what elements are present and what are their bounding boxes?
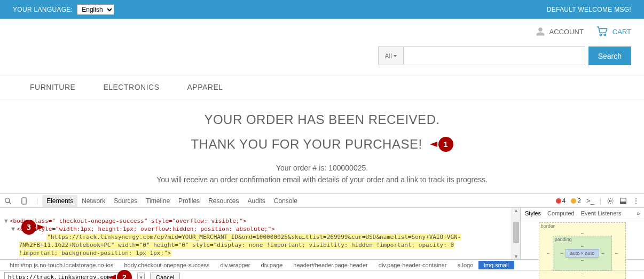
tab-timeline[interactable]: Timeline	[146, 197, 170, 205]
search-category-dropdown[interactable]: All	[378, 46, 404, 65]
crumb[interactable]: a.logo	[452, 261, 478, 269]
badge-3: 3	[21, 220, 36, 235]
crumb[interactable]: div.page	[256, 261, 288, 269]
order-number: Your order # is: 100000025.	[13, 164, 631, 172]
annotation-3: 3	[21, 220, 45, 235]
arrow-left-icon	[430, 142, 437, 147]
svg-point-1	[604, 34, 606, 36]
tab-audits[interactable]: Audits	[247, 197, 265, 205]
cart-link[interactable]: CART	[596, 26, 631, 37]
crumb[interactable]: body.checkout-onepage-success	[119, 261, 215, 269]
annotation-1: 1	[430, 137, 453, 152]
scroll-up-icon[interactable]: ▲	[514, 208, 519, 213]
main-nav: FURNITURE ELECTRONICS APPAREL	[0, 75, 644, 99]
styles-tab-eventlisteners[interactable]: Event Listeners	[581, 210, 622, 216]
devtools-find-bar: 2 ▾ Cancel	[0, 270, 644, 279]
find-next-button[interactable]: ▾	[137, 273, 145, 280]
badge-1: 1	[438, 137, 453, 152]
box-padding-label: padding	[555, 237, 572, 242]
svg-point-0	[600, 34, 601, 36]
chevron-down-icon	[394, 55, 397, 57]
tab-network[interactable]: Network	[82, 197, 105, 205]
nav-electronics[interactable]: ELECTRONICS	[103, 83, 159, 91]
crumb[interactable]: div.page-header-container	[373, 261, 452, 269]
badge-2: 2	[117, 270, 132, 280]
language-label: YOUR LANGUAGE:	[13, 6, 73, 13]
annotation-2: 2	[108, 270, 132, 280]
user-icon	[536, 27, 545, 36]
search-input[interactable]	[404, 46, 585, 65]
tab-sources[interactable]: Sources	[114, 197, 137, 205]
dock-icon[interactable]	[619, 197, 627, 205]
svg-rect-7	[621, 201, 626, 204]
tab-resources[interactable]: Resources	[208, 197, 239, 205]
site-header: ACCOUNT CART All Search FURNITURE ELECTR…	[0, 19, 644, 99]
top-bar: YOUR LANGUAGE: English DEFAULT WELCOME M…	[0, 0, 644, 19]
styles-tab-styles[interactable]: Styles	[525, 210, 541, 216]
order-confirmation: YOUR ORDER HAS BEEN RECEIVED. THANK YOU …	[0, 99, 644, 193]
gear-icon[interactable]	[607, 197, 614, 205]
svg-point-2	[5, 198, 10, 202]
svg-point-5	[609, 200, 611, 202]
arrow-left-icon	[108, 275, 116, 280]
order-confirmation-note: You will receive an order confirmation e…	[13, 175, 631, 184]
language-group: YOUR LANGUAGE: English	[13, 4, 114, 15]
box-content-size: auto × auto	[566, 249, 599, 258]
crumb[interactable]: html#top.js.no-touch.localstorage.no-ios	[4, 261, 119, 269]
styles-pane: Styles Computed Event Listeners » border…	[520, 208, 644, 259]
nav-apparel[interactable]: APPAREL	[187, 83, 223, 91]
svg-line-3	[9, 201, 11, 204]
box-border-label: border	[541, 223, 555, 229]
nav-furniture[interactable]: FURNITURE	[30, 83, 75, 91]
cart-icon	[596, 26, 608, 37]
devtools-panel: | Elements Network Sources Timeline Prof…	[0, 193, 644, 279]
styles-tab-computed[interactable]: Computed	[547, 210, 575, 216]
tab-console[interactable]: Console	[274, 197, 297, 205]
account-label: ACCOUNT	[549, 28, 584, 36]
order-received-heading: YOUR ORDER HAS BEEN RECEIVED.	[13, 112, 631, 127]
svg-rect-4	[22, 198, 26, 204]
welcome-message: DEFAULT WELCOME MSG!	[547, 6, 631, 13]
elements-scrollbar[interactable]: ▲ ▼	[512, 208, 520, 259]
crumb-current[interactable]: img.small	[478, 261, 514, 269]
devtools-tab-row: | Elements Network Sources Timeline Prof…	[0, 194, 644, 208]
find-cancel-button[interactable]: Cancel	[150, 273, 180, 280]
devtools-divider: |	[36, 197, 38, 205]
arrow-right-icon	[37, 224, 45, 230]
console-drawer-icon[interactable]: >_	[586, 197, 594, 205]
tab-elements[interactable]: Elements	[42, 195, 77, 207]
styles-more-icon[interactable]: »	[637, 210, 640, 216]
elements-tree[interactable]: ▼<body class=" checkout-onepage-success"…	[0, 208, 512, 259]
highlighted-img-tag[interactable]: "https://track.linksynergy.com/ep?mid=YO…	[46, 234, 461, 241]
tab-profiles[interactable]: Profiles	[178, 197, 200, 205]
scroll-thumb[interactable]	[513, 222, 519, 243]
device-mode-icon[interactable]	[20, 197, 28, 205]
devtools-divider: |	[600, 197, 601, 205]
crumb[interactable]: header#header.page-header	[288, 261, 373, 269]
warning-count[interactable]: 2	[571, 197, 581, 205]
inspect-icon[interactable]	[4, 197, 12, 205]
search-wrap: All Search	[378, 46, 631, 65]
cart-label: CART	[612, 28, 631, 36]
scroll-down-icon[interactable]: ▼	[514, 254, 519, 259]
find-input[interactable]	[4, 272, 124, 280]
language-select[interactable]: English	[77, 4, 114, 15]
devtools-more-icon[interactable]: ⋮	[632, 197, 640, 205]
account-link[interactable]: ACCOUNT	[536, 27, 584, 36]
crumb[interactable]: div.wrapper	[215, 261, 255, 269]
search-button[interactable]: Search	[588, 46, 631, 65]
thank-you-heading: THANK YOU FOR YOUR PURCHASE!	[191, 137, 422, 152]
error-count[interactable]: 4	[556, 197, 566, 205]
